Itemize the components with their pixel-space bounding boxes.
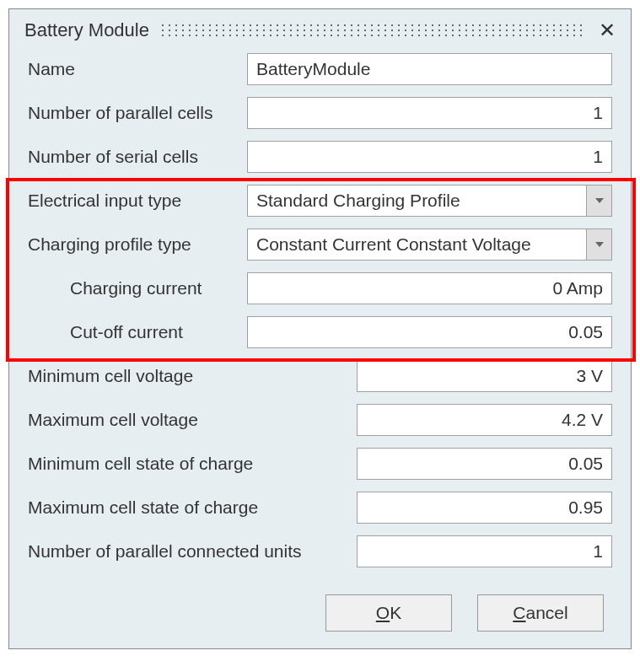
electrical-input-dropdown-btn[interactable] bbox=[587, 185, 612, 217]
row-parallel-units: Number of parallel connected units bbox=[28, 535, 612, 567]
cancel-text: ancel bbox=[525, 603, 567, 622]
row-cutoff-current: Cut-off current bbox=[28, 316, 612, 348]
max-voltage-input[interactable] bbox=[357, 404, 612, 436]
serial-cells-input[interactable] bbox=[247, 141, 612, 173]
max-soc-input[interactable] bbox=[357, 492, 612, 524]
min-voltage-input[interactable] bbox=[357, 360, 612, 392]
chevron-down-icon bbox=[595, 242, 604, 247]
row-profile-type: Charging profile type Constant Current C… bbox=[28, 228, 612, 261]
cancel-button[interactable]: Cancel bbox=[477, 594, 604, 632]
battery-module-dialog: Battery Module ✕ Name Number of parallel… bbox=[8, 8, 632, 649]
cancel-mnemonic: C bbox=[513, 603, 525, 622]
label-electrical-input: Electrical input type bbox=[28, 191, 247, 211]
row-max-voltage: Maximum cell voltage bbox=[28, 404, 612, 436]
row-parallel-cells: Number of parallel cells bbox=[28, 97, 612, 129]
row-min-soc: Minimum cell state of charge bbox=[28, 448, 612, 480]
electrical-input-value: Standard Charging Profile bbox=[247, 185, 587, 217]
row-serial-cells: Number of serial cells bbox=[28, 141, 612, 173]
cutoff-current-input[interactable] bbox=[247, 316, 612, 348]
charging-current-input[interactable] bbox=[247, 272, 612, 304]
chevron-down-icon bbox=[595, 198, 604, 203]
label-charging-current: Charging current bbox=[28, 278, 247, 298]
profile-type-dropdown-btn[interactable] bbox=[587, 228, 612, 261]
row-min-voltage: Minimum cell voltage bbox=[28, 360, 612, 392]
parallel-units-input[interactable] bbox=[357, 535, 612, 567]
label-max-soc: Maximum cell state of charge bbox=[28, 497, 357, 518]
parallel-cells-input[interactable] bbox=[247, 97, 612, 129]
label-parallel-cells: Number of parallel cells bbox=[28, 103, 247, 123]
label-name: Name bbox=[28, 59, 247, 79]
row-electrical-input: Electrical input type Standard Charging … bbox=[28, 185, 612, 217]
row-max-soc: Maximum cell state of charge bbox=[28, 492, 612, 524]
ok-text: K bbox=[390, 603, 401, 622]
name-input[interactable] bbox=[247, 53, 612, 85]
ok-mnemonic: O bbox=[376, 603, 390, 622]
electrical-input-select[interactable]: Standard Charging Profile bbox=[247, 185, 612, 217]
label-min-soc: Minimum cell state of charge bbox=[28, 454, 357, 474]
label-max-voltage: Maximum cell voltage bbox=[28, 410, 357, 430]
button-row: OK Cancel bbox=[9, 586, 631, 632]
dialog-title: Battery Module bbox=[24, 19, 149, 41]
min-soc-input[interactable] bbox=[357, 448, 612, 480]
label-profile-type: Charging profile type bbox=[28, 234, 247, 255]
row-charging-current: Charging current bbox=[28, 272, 612, 304]
label-serial-cells: Number of serial cells bbox=[28, 147, 247, 167]
profile-type-select[interactable]: Constant Current Constant Voltage bbox=[247, 228, 612, 261]
label-parallel-units: Number of parallel connected units bbox=[28, 541, 357, 562]
ok-button[interactable]: OK bbox=[325, 594, 452, 632]
titlebar[interactable]: Battery Module ✕ bbox=[9, 9, 631, 50]
label-cutoff-current: Cut-off current bbox=[28, 322, 247, 342]
form-body: Name Number of parallel cells Number of … bbox=[9, 50, 631, 586]
profile-type-value: Constant Current Constant Voltage bbox=[247, 228, 587, 261]
titlebar-drag-handle[interactable] bbox=[159, 23, 585, 38]
row-name: Name bbox=[28, 53, 612, 85]
label-min-voltage: Minimum cell voltage bbox=[28, 366, 357, 386]
close-icon[interactable]: ✕ bbox=[595, 20, 619, 40]
